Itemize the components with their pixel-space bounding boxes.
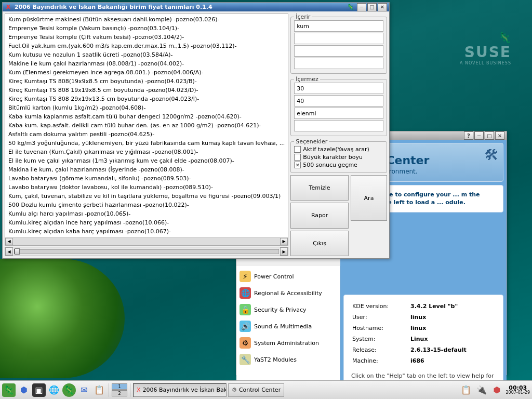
cc-close-button[interactable]: ✕ bbox=[495, 131, 504, 140]
sidebar-icon: ⚡ bbox=[240, 271, 251, 282]
sidebar-icon: 🔒 bbox=[240, 304, 251, 315]
list-item[interactable]: El ile kum ve çakıl yıkanması (1m3 yıkan… bbox=[7, 156, 286, 165]
contains-label: İçerir bbox=[294, 14, 312, 20]
taskbar-clock[interactable]: 00:03 2007-01-29 bbox=[506, 385, 530, 395]
kontact-icon[interactable]: 📋 bbox=[92, 383, 106, 397]
suse-help-icon[interactable]: 🦎 bbox=[62, 383, 76, 397]
browser-icon[interactable]: 🌐 bbox=[47, 383, 61, 397]
checkbox-icon[interactable] bbox=[294, 146, 301, 153]
list-item[interactable]: Kum kutusu ve nozulun 1 saatlik ücreti -… bbox=[7, 50, 286, 59]
app-window: X 2006 Bayındırlık ve İskan Bakanlığı bi… bbox=[2, 2, 390, 259]
list-item[interactable]: Emprenye Tesisi komple (Vakum basınçlı) … bbox=[7, 24, 286, 33]
option-label: Büyük karakter boyu bbox=[303, 154, 363, 161]
sidebar-item[interactable]: 🌐Regional & Accessibility bbox=[237, 285, 339, 301]
sidebar-item[interactable]: 🔒Security & Privacy bbox=[237, 301, 339, 318]
taskbar-task[interactable]: X2006 Bayındırlık ve İskan Bak bbox=[133, 383, 227, 397]
scroll-right-icon[interactable]: ▶ bbox=[280, 238, 288, 245]
excludes-input-3[interactable] bbox=[294, 108, 383, 119]
list-item[interactable]: Kum, çakıl, tuvenan, stabilize ve kil in… bbox=[7, 192, 286, 201]
scroll-left-icon[interactable]: ◀ bbox=[5, 238, 13, 245]
contains-input-1[interactable] bbox=[294, 20, 383, 32]
list-item[interactable]: Kumlu.kireç alçıdan ince harç yapılması … bbox=[7, 218, 286, 227]
option-row[interactable]: Büyük karakter boyu bbox=[294, 154, 383, 161]
list-item[interactable]: Kireç Kumtaşı TS 808 29x19x13.5 cm boyut… bbox=[7, 95, 286, 103]
slider-right-icon[interactable]: ▶ bbox=[280, 247, 288, 256]
sidebar-item[interactable]: ⚙System Administration bbox=[237, 335, 339, 351]
app-titlebar[interactable]: X 2006 Bayındırlık ve İskan Bakanlığı bi… bbox=[3, 3, 389, 11]
sidebar-item[interactable]: 🔊Sound & Multimedia bbox=[237, 318, 339, 335]
sidebar-item[interactable]: ⚡Power Control bbox=[237, 268, 339, 285]
sidebar-label: Power Control bbox=[254, 273, 294, 280]
app-maximize-button[interactable]: □ bbox=[367, 3, 377, 11]
results-listbox[interactable]: Kum püskürtme makinesi (Bütün aksesuarı … bbox=[5, 14, 288, 246]
home-icon[interactable]: ⬢ bbox=[17, 383, 31, 397]
list-item[interactable]: Makina ile kum, çakıl hazırlanması (İşye… bbox=[7, 165, 286, 174]
contains-input-2[interactable] bbox=[294, 33, 383, 44]
desktop-pager[interactable]: 12 bbox=[112, 383, 127, 396]
checkbox-icon[interactable]: ✕ bbox=[294, 162, 301, 168]
slider-left-icon[interactable]: ◀ bbox=[5, 247, 13, 256]
excludes-input-1[interactable] bbox=[294, 83, 383, 94]
list-item[interactable]: Lavabo bataryası (doktor lavabosu, kol i… bbox=[7, 183, 286, 192]
clear-button[interactable]: Temizle bbox=[290, 175, 349, 201]
cc-help-button[interactable]: ? bbox=[464, 131, 473, 140]
list-item[interactable]: Kum (Elenmesi gerekmeyen ince agrega.08.… bbox=[7, 68, 286, 77]
info-row: Release:2.6.13-15-default bbox=[352, 345, 495, 355]
app-close-button[interactable]: ✕ bbox=[378, 3, 387, 11]
list-item[interactable]: Emprenye Tesisi komple (Çift vakum tesis… bbox=[7, 33, 286, 42]
list-item[interactable]: Lavabo bataryası (gömme kumandalı, sifon… bbox=[7, 174, 286, 183]
cc-maximize-button[interactable]: □ bbox=[485, 131, 494, 140]
task-icon: ⚙ bbox=[232, 387, 237, 393]
sidebar-icon: 🌐 bbox=[240, 287, 251, 299]
list-item[interactable]: Kaba kumla kaplanmıs asfalt.cam tülü buh… bbox=[7, 112, 286, 121]
contains-input-3[interactable] bbox=[294, 45, 383, 57]
result-slider[interactable]: ◀ ▶ bbox=[5, 247, 288, 256]
exit-button[interactable]: Çıkış bbox=[290, 231, 349, 256]
info-row: Hostname:linux bbox=[352, 323, 495, 333]
sidebar-label: Security & Privacy bbox=[254, 307, 307, 313]
slider-thumb[interactable] bbox=[15, 248, 20, 255]
list-item[interactable]: Kireç Kumtaşı TS 808 19x19x8.5 cm boyutu… bbox=[7, 86, 286, 95]
app-title: 2006 Bayındırlık ve İskan Bakanlığı biri… bbox=[15, 4, 347, 10]
list-item[interactable]: Kireç Kumtaşı TS 808(19x9x8.5 cm boyutun… bbox=[7, 77, 286, 86]
app-minimize-button[interactable]: ─ bbox=[357, 3, 366, 11]
list-item[interactable]: Kumlu.kireç alçıdan kaba harç yapılması … bbox=[7, 227, 286, 236]
updater-tray-icon[interactable]: ⬢ bbox=[490, 383, 504, 397]
clipboard-tray-icon[interactable]: 📋 bbox=[459, 383, 473, 397]
list-item[interactable]: Bitümlü karton (kumlu 1kg/m2) -pozno(04.… bbox=[7, 103, 286, 112]
info-row: KDE version:3.4.2 Level "b" bbox=[352, 301, 495, 311]
network-tray-icon[interactable]: 🔌 bbox=[475, 383, 488, 397]
sidebar-label: System Administration bbox=[254, 340, 319, 347]
checkbox-icon[interactable] bbox=[294, 154, 301, 161]
app-suse-icon: 🦎 bbox=[347, 4, 354, 11]
results-hscroll[interactable]: ◀ ▶ bbox=[5, 237, 288, 245]
kmenu-icon[interactable]: 🦎 bbox=[2, 383, 16, 397]
list-item[interactable]: 50 kg/m3 yoğunluğunda, yüklenemiyen, bir… bbox=[7, 139, 286, 148]
excludes-input-2[interactable] bbox=[294, 95, 383, 107]
cc-minimize-button[interactable]: ─ bbox=[474, 131, 484, 140]
list-item[interactable]: Makine ile kum çakıl hazırlanması (08.00… bbox=[7, 59, 286, 68]
filter-excludes-group: İçermez bbox=[290, 79, 387, 136]
contains-input-4[interactable] bbox=[294, 58, 383, 69]
list-item[interactable]: Kaba kum. kap.asfalt. delikli cam tülü b… bbox=[7, 121, 286, 130]
list-item[interactable]: El ile tuvenan (Kum.Çakıl) çıkarılması v… bbox=[7, 148, 286, 156]
suse-logo: 🦎 SUSE A NOVELL BUSINESS bbox=[460, 31, 511, 65]
taskbar-task[interactable]: ⚙Control Center bbox=[228, 383, 284, 397]
mail-icon[interactable]: ✉ bbox=[77, 383, 91, 397]
option-row[interactable]: Aktif tazele(Yavaş arar) bbox=[294, 146, 383, 153]
sidebar-icon: ⚙ bbox=[240, 337, 251, 349]
report-button[interactable]: Rapor bbox=[290, 203, 349, 228]
terminal-icon[interactable]: ▣ bbox=[32, 383, 46, 397]
sidebar-item[interactable]: 🔧YaST2 Modules bbox=[237, 351, 339, 368]
list-item[interactable]: 500 Dozlu kumlu çimento şerbeti hazırlan… bbox=[7, 201, 286, 209]
excludes-input-4[interactable] bbox=[294, 120, 383, 131]
sidebar-label: Regional & Accessibility bbox=[254, 290, 322, 297]
list-item[interactable]: Asfaltlı cam dokuma yalıtım pestili -poz… bbox=[7, 130, 286, 139]
search-button[interactable]: Ara bbox=[351, 175, 387, 221]
list-item[interactable]: Fuel.Oil yak.kum em.(yak.600 m3/s kap.em… bbox=[7, 42, 286, 50]
wrench-monitor-icon: 🛠 bbox=[484, 147, 499, 164]
sidebar-label: YaST2 Modules bbox=[254, 356, 297, 363]
list-item[interactable]: Kumlu alçı harcı yapılması -pozno(10.065… bbox=[7, 209, 286, 218]
option-row[interactable]: ✕500 sonucu geçme bbox=[294, 162, 383, 168]
list-item[interactable]: Kum püskürtme makinesi (Bütün aksesuarı … bbox=[7, 15, 286, 24]
